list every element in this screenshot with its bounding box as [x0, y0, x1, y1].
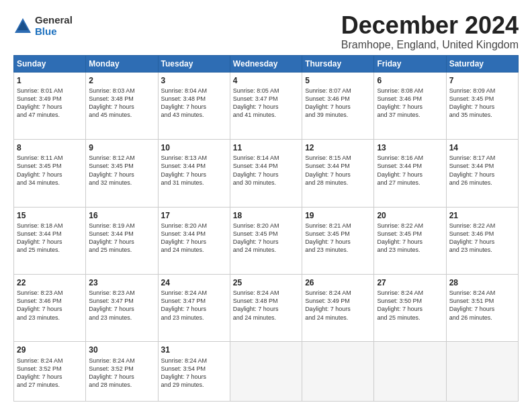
day-number: 1: [17, 75, 83, 86]
table-row: 14Sunrise: 8:17 AM Sunset: 3:44 PM Dayli…: [446, 140, 518, 207]
day-info: Sunrise: 8:22 AM Sunset: 3:46 PM Dayligh…: [449, 222, 515, 255]
day-number: 24: [161, 277, 227, 288]
table-row: 22Sunrise: 8:23 AM Sunset: 3:46 PM Dayli…: [14, 275, 86, 342]
table-row: 10Sunrise: 8:13 AM Sunset: 3:44 PM Dayli…: [158, 140, 230, 207]
col-thursday: Thursday: [302, 55, 374, 72]
table-row: 25Sunrise: 8:24 AM Sunset: 3:48 PM Dayli…: [230, 275, 302, 342]
day-number: 15: [17, 210, 83, 221]
table-row: [302, 342, 374, 402]
table-row: 26Sunrise: 8:24 AM Sunset: 3:49 PM Dayli…: [302, 275, 374, 342]
table-row: 31Sunrise: 8:24 AM Sunset: 3:54 PM Dayli…: [158, 342, 230, 402]
day-info: Sunrise: 8:11 AM Sunset: 3:45 PM Dayligh…: [17, 154, 83, 187]
day-info: Sunrise: 8:24 AM Sunset: 3:47 PM Dayligh…: [161, 289, 227, 322]
day-number: 27: [377, 277, 443, 288]
day-info: Sunrise: 8:24 AM Sunset: 3:54 PM Dayligh…: [161, 357, 227, 390]
day-number: 10: [161, 142, 227, 153]
day-number: 20: [377, 210, 443, 221]
day-number: 12: [305, 142, 371, 153]
day-number: 16: [89, 210, 154, 221]
table-row: 19Sunrise: 8:21 AM Sunset: 3:45 PM Dayli…: [302, 207, 374, 274]
day-info: Sunrise: 8:09 AM Sunset: 3:45 PM Dayligh…: [449, 87, 515, 120]
header: General Blue December 2024 Bramhope, Eng…: [13, 12, 519, 51]
day-info: Sunrise: 8:24 AM Sunset: 3:50 PM Dayligh…: [377, 289, 443, 322]
title-block: December 2024 Bramhope, England, United …: [341, 12, 519, 51]
logo-general: General: [35, 15, 73, 26]
calendar-table: Sunday Monday Tuesday Wednesday Thursday…: [13, 55, 519, 402]
day-info: Sunrise: 8:24 AM Sunset: 3:52 PM Dayligh…: [89, 357, 154, 390]
table-row: 23Sunrise: 8:23 AM Sunset: 3:47 PM Dayli…: [86, 275, 158, 342]
day-number: 3: [161, 75, 227, 86]
day-info: Sunrise: 8:17 AM Sunset: 3:44 PM Dayligh…: [449, 154, 515, 187]
header-row: Sunday Monday Tuesday Wednesday Thursday…: [14, 55, 519, 72]
day-number: 6: [377, 75, 443, 86]
day-number: 26: [305, 277, 371, 288]
week-row-2: 8Sunrise: 8:11 AM Sunset: 3:45 PM Daylig…: [14, 140, 519, 207]
table-row: 3Sunrise: 8:04 AM Sunset: 3:48 PM Daylig…: [158, 72, 230, 139]
table-row: [446, 342, 518, 402]
table-row: 4Sunrise: 8:05 AM Sunset: 3:47 PM Daylig…: [230, 72, 302, 139]
table-row: 16Sunrise: 8:19 AM Sunset: 3:44 PM Dayli…: [86, 207, 158, 274]
table-row: 5Sunrise: 8:07 AM Sunset: 3:46 PM Daylig…: [302, 72, 374, 139]
week-row-3: 15Sunrise: 8:18 AM Sunset: 3:44 PM Dayli…: [14, 207, 519, 274]
day-number: 13: [377, 142, 443, 153]
col-saturday: Saturday: [446, 55, 518, 72]
day-number: 18: [233, 210, 299, 221]
day-info: Sunrise: 8:03 AM Sunset: 3:48 PM Dayligh…: [89, 87, 154, 120]
table-row: 18Sunrise: 8:20 AM Sunset: 3:45 PM Dayli…: [230, 207, 302, 274]
table-row: 8Sunrise: 8:11 AM Sunset: 3:45 PM Daylig…: [14, 140, 86, 207]
col-monday: Monday: [86, 55, 158, 72]
table-row: 11Sunrise: 8:14 AM Sunset: 3:44 PM Dayli…: [230, 140, 302, 207]
table-row: 24Sunrise: 8:24 AM Sunset: 3:47 PM Dayli…: [158, 275, 230, 342]
table-row: 1Sunrise: 8:01 AM Sunset: 3:49 PM Daylig…: [14, 72, 86, 139]
day-info: Sunrise: 8:16 AM Sunset: 3:44 PM Dayligh…: [377, 154, 443, 187]
day-info: Sunrise: 8:24 AM Sunset: 3:52 PM Dayligh…: [17, 357, 83, 390]
table-row: [230, 342, 302, 402]
day-info: Sunrise: 8:23 AM Sunset: 3:46 PM Dayligh…: [17, 289, 83, 322]
table-row: 9Sunrise: 8:12 AM Sunset: 3:45 PM Daylig…: [86, 140, 158, 207]
day-info: Sunrise: 8:22 AM Sunset: 3:45 PM Dayligh…: [377, 222, 443, 255]
logo: General Blue: [13, 15, 73, 37]
week-row-1: 1Sunrise: 8:01 AM Sunset: 3:49 PM Daylig…: [14, 72, 519, 139]
day-number: 29: [17, 345, 83, 355]
day-number: 2: [89, 75, 154, 86]
day-info: Sunrise: 8:19 AM Sunset: 3:44 PM Dayligh…: [89, 222, 154, 255]
table-row: 17Sunrise: 8:20 AM Sunset: 3:44 PM Dayli…: [158, 207, 230, 274]
table-row: 28Sunrise: 8:24 AM Sunset: 3:51 PM Dayli…: [446, 275, 518, 342]
day-number: 7: [449, 75, 515, 86]
day-info: Sunrise: 8:08 AM Sunset: 3:46 PM Dayligh…: [377, 87, 443, 120]
day-number: 22: [17, 277, 83, 288]
day-number: 31: [161, 345, 227, 355]
day-number: 25: [233, 277, 299, 288]
day-number: 28: [449, 277, 515, 288]
col-sunday: Sunday: [14, 55, 86, 72]
table-row: 29Sunrise: 8:24 AM Sunset: 3:52 PM Dayli…: [14, 342, 86, 402]
calendar-title: December 2024: [341, 12, 519, 39]
day-info: Sunrise: 8:20 AM Sunset: 3:45 PM Dayligh…: [233, 222, 299, 255]
day-info: Sunrise: 8:24 AM Sunset: 3:48 PM Dayligh…: [233, 289, 299, 322]
table-row: 27Sunrise: 8:24 AM Sunset: 3:50 PM Dayli…: [374, 275, 446, 342]
logo-text: General Blue: [35, 15, 73, 37]
table-row: 15Sunrise: 8:18 AM Sunset: 3:44 PM Dayli…: [14, 207, 86, 274]
day-number: 17: [161, 210, 227, 221]
day-number: 14: [449, 142, 515, 153]
table-row: 21Sunrise: 8:22 AM Sunset: 3:46 PM Dayli…: [446, 207, 518, 274]
day-info: Sunrise: 8:21 AM Sunset: 3:45 PM Dayligh…: [305, 222, 371, 255]
table-row: 20Sunrise: 8:22 AM Sunset: 3:45 PM Dayli…: [374, 207, 446, 274]
table-row: [374, 342, 446, 402]
day-number: 30: [89, 345, 154, 355]
day-info: Sunrise: 8:20 AM Sunset: 3:44 PM Dayligh…: [161, 222, 227, 255]
day-info: Sunrise: 8:24 AM Sunset: 3:49 PM Dayligh…: [305, 289, 371, 322]
day-number: 21: [449, 210, 515, 221]
table-row: 30Sunrise: 8:24 AM Sunset: 3:52 PM Dayli…: [86, 342, 158, 402]
day-info: Sunrise: 8:01 AM Sunset: 3:49 PM Dayligh…: [17, 87, 83, 120]
table-row: 7Sunrise: 8:09 AM Sunset: 3:45 PM Daylig…: [446, 72, 518, 139]
day-info: Sunrise: 8:15 AM Sunset: 3:44 PM Dayligh…: [305, 154, 371, 187]
day-info: Sunrise: 8:13 AM Sunset: 3:44 PM Dayligh…: [161, 154, 227, 187]
table-row: 2Sunrise: 8:03 AM Sunset: 3:48 PM Daylig…: [86, 72, 158, 139]
day-number: 19: [305, 210, 371, 221]
day-number: 5: [305, 75, 371, 86]
col-friday: Friday: [374, 55, 446, 72]
day-info: Sunrise: 8:05 AM Sunset: 3:47 PM Dayligh…: [233, 87, 299, 120]
table-row: 12Sunrise: 8:15 AM Sunset: 3:44 PM Dayli…: [302, 140, 374, 207]
day-info: Sunrise: 8:18 AM Sunset: 3:44 PM Dayligh…: [17, 222, 83, 255]
